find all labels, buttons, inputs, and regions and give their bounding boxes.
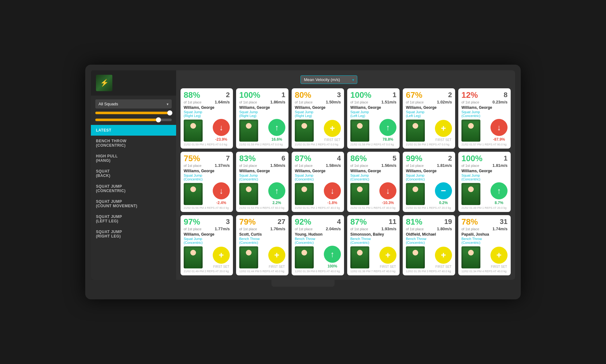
- card-body: -23.9%: [184, 119, 230, 142]
- of-1st-label: of 1st place: [295, 100, 312, 104]
- indicator-icon: [219, 250, 224, 260]
- card-2-4[interactable]: 86% 5 of 1st place 1.56m/s Williams, Geo…: [347, 152, 400, 212]
- card-subrow: of 1st place 1.76m/s: [239, 226, 285, 231]
- card-3-6[interactable]: 78% 31 of 1st place 1.74m/s Papalii, Jos…: [458, 215, 511, 275]
- card-rank: 2: [448, 154, 452, 162]
- player-image: [184, 120, 203, 142]
- barweight-slider-track[interactable]: [95, 119, 172, 121]
- card-subrow: of 1st place 1.81m/s: [461, 163, 508, 168]
- card-footer: 12/02 01:38 PM 7 REPS AT 40.0 kg: [350, 270, 396, 273]
- card-right-col: 16.6%: [268, 119, 285, 142]
- sidebar-item-squat-jump-right[interactable]: SQUAT JUMP(RIGHT LEG): [91, 226, 176, 242]
- card-3-2[interactable]: 79% 27 of 1st place 1.76m/s Scott, Curti…: [236, 215, 288, 275]
- sidebar-item-squat-jump-conc[interactable]: SQUAT JUMP(CONCENTRIC): [91, 181, 176, 196]
- card-exercise: Squat Jump(Concentric): [184, 173, 230, 181]
- card-rank: 8: [504, 91, 508, 99]
- card-player-name: Williams, George: [184, 169, 230, 173]
- card-body: FIRST SET: [350, 246, 396, 268]
- barweight-slider-thumb[interactable]: [156, 117, 161, 122]
- card-percent: 81%: [406, 218, 422, 226]
- card-body: -1.8%: [295, 182, 341, 205]
- card-right-col: FIRST SET: [435, 247, 452, 268]
- card-velocity: 1.58m/s: [326, 163, 341, 168]
- card-exercise: Bench Throw(Concentric): [350, 237, 396, 244]
- barweight-slider-fill: [95, 119, 160, 121]
- indicator-circle: [379, 182, 396, 199]
- card-player-name: Simonsson, Bailey: [350, 232, 396, 237]
- time-slider-thumb[interactable]: [167, 110, 172, 115]
- card-exercise-sub: (Concentric): [461, 177, 480, 181]
- card-3-5[interactable]: 81% 19 of 1st place 1.80m/s Oldfield, Mi…: [403, 215, 455, 275]
- card-subrow: of 1st place 1.50m/s: [295, 100, 341, 104]
- indicator-circle: [490, 247, 508, 264]
- card-velocity: 1.77m/s: [215, 226, 230, 231]
- player-image: [239, 183, 258, 205]
- card-footer: 21/02 01:53 PM 4 REPS AT 60.0 kg: [239, 206, 285, 209]
- card-rank: 3: [337, 91, 341, 99]
- sidebar-item-high-pull[interactable]: HIGH PULL(HANG): [91, 151, 176, 166]
- card-velocity: 1.81m/s: [492, 163, 508, 168]
- card-3-4[interactable]: 87% 11 of 1st place 1.93m/s Simonsson, B…: [347, 215, 400, 275]
- card-percent: 88%: [184, 91, 200, 99]
- player-image: [295, 246, 314, 268]
- card-2-6[interactable]: 100% 1 of 1st place 1.81m/s Williams, Ge…: [458, 152, 511, 212]
- card-footer: 21/02 01:58 PM 2 REPS AT 0.0 kg: [350, 143, 396, 146]
- card-1-3[interactable]: 80% 3 of 1st place 1.50m/s Williams, Geo…: [292, 88, 344, 149]
- player-image: [295, 183, 314, 205]
- squad-select[interactable]: All Squads: [95, 99, 172, 109]
- first-set-label: FIRST SET: [324, 138, 341, 142]
- card-exercise: Bench Throw(Concentric): [239, 237, 285, 244]
- card-3-3[interactable]: 92% 4 of 1st place 2.04m/s Young, Hudson…: [292, 215, 344, 275]
- card-1-4[interactable]: 100% 1 of 1st place 1.51m/s Williams, Ge…: [347, 88, 400, 149]
- card-right-col: -10.3%: [379, 182, 396, 205]
- sidebar-item-squat-jump-count[interactable]: SQUAT JUMP(COUNT MOVEMENT): [91, 196, 176, 211]
- card-top: 97% 3: [184, 218, 230, 226]
- card-2-5[interactable]: 99% 2 of 1st place 1.81m/s Williams, Geo…: [403, 152, 455, 212]
- card-percent: 67%: [406, 91, 422, 99]
- sidebar-item-bench-throw[interactable]: BENCH THROW(CONCENTRIC): [91, 136, 176, 151]
- card-velocity: 1.50m/s: [270, 163, 285, 168]
- card-percent: 87%: [295, 154, 311, 162]
- sidebar-item-squat-back[interactable]: SQUAT(BACK): [91, 166, 176, 181]
- card-percent: 100%: [461, 154, 483, 162]
- card-3-1[interactable]: 97% 3 of 1st place 1.77m/s Williams, Geo…: [181, 215, 233, 275]
- time-slider-track[interactable]: [95, 112, 172, 114]
- card-body: 2.2%: [239, 182, 285, 205]
- first-set-label: FIRST SET: [436, 138, 452, 142]
- of-1st-label: of 1st place: [406, 227, 424, 231]
- card-body: 100%: [295, 246, 341, 268]
- card-subrow: of 1st place 1.02m/s: [406, 100, 452, 104]
- card-top: 83% 6: [239, 154, 285, 162]
- sidebar-item-squat-jump-left[interactable]: SQUAT JUMP(LEFT LEG): [91, 211, 176, 226]
- card-footer: 21/02 01:57 PM 1 REPS AT 80.0 kg: [461, 143, 508, 146]
- player-image: [350, 183, 369, 205]
- card-1-6[interactable]: 12% 8 of 1st place 0.23m/s Williams, Geo…: [458, 88, 511, 149]
- card-rank: 7: [226, 154, 230, 162]
- card-exercise: Squat Jump(Left Leg): [406, 110, 452, 118]
- indicator-icon: [219, 186, 223, 196]
- card-right-col: FIRST SET: [324, 120, 341, 142]
- indicator-circle: [490, 119, 508, 136]
- parameter-select[interactable]: Mean Velocity (m/s) Peak Velocity (m/s) …: [300, 75, 357, 84]
- card-footer: 21/02 01:51 PM 2 REPS AT 40.0 kg: [295, 206, 341, 209]
- indicator-icon: [497, 123, 501, 132]
- card-top: 100% 1: [239, 91, 285, 99]
- card-velocity: 1.80m/s: [437, 226, 452, 231]
- parameter-select-wrap[interactable]: Mean Velocity (m/s) Peak Velocity (m/s) …: [300, 75, 357, 84]
- card-top: 87% 11: [350, 218, 396, 226]
- change-value: 2.2%: [272, 201, 281, 205]
- card-2-3[interactable]: 87% 4 of 1st place 1.58m/s Williams, Geo…: [292, 152, 344, 212]
- card-velocity: 1.37m/s: [215, 163, 230, 168]
- card-footer: 12/02 01:39 PM 6 REPS AT 40.0 kg: [295, 270, 341, 273]
- card-1-1[interactable]: 88% 2 of 1st place 1.64m/s Williams, Geo…: [181, 88, 233, 149]
- squad-select-wrap[interactable]: All Squads: [95, 99, 172, 109]
- card-top: 79% 27: [239, 218, 285, 226]
- card-2-2[interactable]: 83% 6 of 1st place 1.50m/s Williams, Geo…: [236, 152, 288, 212]
- card-1-5[interactable]: 67% 2 of 1st place 1.02m/s Williams, Geo…: [403, 88, 455, 149]
- of-1st-label: of 1st place: [461, 100, 479, 104]
- card-2-1[interactable]: 75% 7 of 1st place 1.37m/s Williams, Geo…: [181, 152, 233, 212]
- card-1-2[interactable]: 100% 1 of 1st place 1.86m/s Williams, Ge…: [236, 88, 288, 149]
- card-top: 67% 2: [406, 91, 452, 99]
- change-value: -10.3%: [382, 201, 394, 205]
- sidebar-item-latest[interactable]: LATEST: [91, 125, 176, 136]
